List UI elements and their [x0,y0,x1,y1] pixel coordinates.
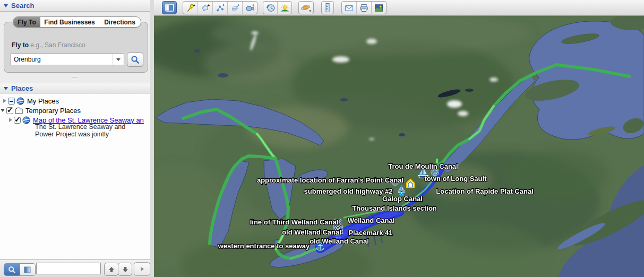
chevron-down-icon [116,58,121,61]
places-tree: My Places Temporary Places Ma [0,94,150,259]
map-label[interactable]: Location of Rapide Plat Canal [436,187,533,195]
email-button[interactable] [342,2,356,14]
ruler-button[interactable] [321,1,334,14]
style-view-button[interactable] [20,264,36,275]
panel-splitter-grip[interactable] [72,77,78,80]
fly-to-hint: e.g., San Francisco [30,41,85,49]
fly-to-label-strong: Fly to [12,41,29,49]
tree-item-description-line: The St. Lawrence Seaway and [35,123,125,131]
svg-text:+: + [193,3,195,8]
path-icon: + [216,3,225,13]
map-label[interactable]: approximate location of Farran's Point C… [257,176,403,184]
map-label[interactable]: town of Long Sault [425,175,487,183]
places-filter-input[interactable] [36,263,101,274]
sidebar-toggle-button[interactable] [162,1,177,14]
expander-collapsed-icon[interactable] [3,99,6,103]
svg-text:+: + [222,3,225,7]
save-image-button[interactable] [371,2,386,14]
move-up-button[interactable] [104,263,118,276]
fly-to-dropdown-button[interactable] [113,54,124,65]
share-tools-group [341,1,387,14]
video-camera-icon: + [245,3,255,13]
ruler-icon [324,3,331,13]
print-button[interactable] [356,2,371,14]
map-label[interactable]: old Welland Canal [310,237,369,245]
image-overlay-icon: + [230,3,240,13]
expand-panel-button[interactable] [134,262,150,276]
svg-text:+: + [207,3,210,8]
places-header-label: Places [11,84,33,92]
tree-item-description-line: Power Project was jointly [35,131,109,138]
sidebar-panel-icon [165,4,174,12]
sidebar: Search Fly To Find Businesses Directions… [0,0,150,277]
map-label[interactable]: Trou de Moulin Canal [388,162,458,170]
collapse-triangle-icon[interactable] [4,87,8,90]
tree-row-temporary-places[interactable]: Temporary Places [1,106,150,115]
map-label[interactable]: western entrance to seaway [218,242,310,250]
chevron-right-icon [141,267,144,271]
sunlight-button[interactable] [277,2,291,14]
map-label[interactable]: Galop Canal [382,195,423,203]
map-label[interactable]: old Welland Canal [282,228,341,236]
planets-button[interactable] [298,1,314,14]
map-label[interactable]: line of Third Welland Canal [250,218,339,226]
pushpin-icon: + [186,3,195,13]
map-view[interactable]: ⚓ ⚓ [154,16,644,277]
map-label[interactable]: submerged old highway #2 [304,187,393,195]
expander-collapsed-icon[interactable] [9,118,12,122]
tree-item-label[interactable]: My Places [26,97,59,105]
globe-icon [16,97,24,105]
map-viewport[interactable]: ⚓ ⚓ [154,16,644,277]
search-places-button[interactable] [4,264,20,275]
sunrise-icon [280,3,290,13]
record-tour-button[interactable]: + [242,2,257,14]
magnifier-icon [131,55,140,64]
house-icon[interactable] [407,179,414,187]
svg-text:+: + [237,3,239,7]
tab-fly-to[interactable]: Fly To [13,17,40,27]
folder-icon [15,107,23,114]
search-button[interactable] [127,53,143,67]
checkbox-checked[interactable] [6,107,13,114]
add-placemark-button[interactable]: + [183,2,198,14]
map-image-icon [374,3,384,13]
satellite-imagery [154,16,644,277]
checkbox-checked[interactable] [14,117,21,124]
main-toolbar: + + + [154,0,644,16]
printer-icon [359,3,369,13]
checkbox-mixed[interactable] [8,98,15,105]
expander-expanded-icon[interactable] [1,109,5,112]
historical-imagery-button[interactable] [263,2,277,14]
places-panel-header[interactable]: Places [0,83,150,93]
create-tools-group: + + + [183,1,257,14]
arrow-down-icon [122,266,128,273]
tree-row-my-places[interactable]: My Places [3,96,150,106]
tab-find-businesses[interactable]: Find Businesses [40,17,99,27]
add-path-button[interactable]: + [212,2,227,14]
map-label[interactable]: Welland Canal [348,217,395,224]
search-tabbar: Fly To Find Businesses Directions [13,16,141,28]
history-clock-icon [265,3,276,13]
fly-to-label: Fly to e.g., San Francisco [12,41,85,49]
map-label[interactable]: Thousand Islands section [352,204,437,212]
map-label[interactable]: Placemark 41 [348,229,392,237]
time-tools-group [263,1,292,14]
fly-to-input[interactable] [11,54,113,65]
tab-directions[interactable]: Directions [99,17,140,27]
move-down-button[interactable] [118,263,132,276]
add-polygon-button[interactable]: + [198,2,212,14]
add-image-overlay-button[interactable]: + [227,2,242,14]
arrow-up-icon [108,266,115,273]
svg-text:+: + [252,3,254,7]
globe-icon [22,116,30,124]
search-panel-header[interactable]: Search [0,0,150,12]
places-footer-toggle-group [4,263,36,276]
places-footer-bar [0,259,150,277]
map-area: + + + [154,0,644,277]
envelope-icon [344,3,354,13]
fly-to-combobox [11,54,124,65]
search-header-label: Search [11,2,34,10]
google-earth-window: Search Fly To Find Businesses Directions… [0,0,644,277]
tree-item-label[interactable]: Temporary Places [24,107,81,115]
collapse-triangle-icon[interactable] [4,4,8,7]
